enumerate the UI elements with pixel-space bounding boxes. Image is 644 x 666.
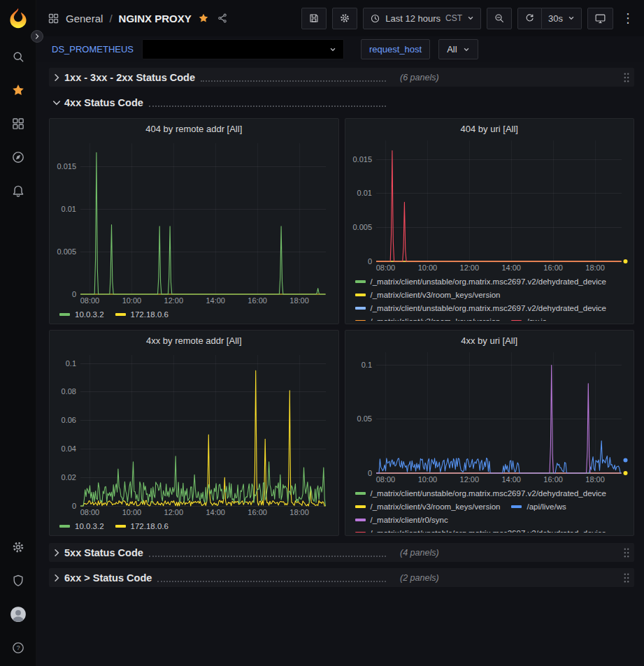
legend-item[interactable]: /_matrix/client/v3/room_keys/version: [355, 317, 501, 321]
legend-item[interactable]: 10.0.3.2: [59, 310, 104, 319]
legend-label: /sw.js: [527, 317, 546, 321]
svg-text:10:00: 10:00: [417, 263, 437, 272]
share-icon[interactable]: [217, 13, 228, 24]
svg-text:18:00: 18:00: [585, 475, 605, 484]
panel-title[interactable]: 404 by uri [All]: [351, 119, 629, 136]
legend-item[interactable]: /_matrix/client/unstable/org.matrix.msc2…: [355, 489, 607, 498]
sidebar-item-dashboards[interactable]: [0, 107, 36, 140]
legend-item[interactable]: /api/live/ws: [511, 502, 566, 511]
legend-row: /_matrix/client/v3/room_keys/version/api…: [355, 500, 629, 513]
sidebar-item-configuration[interactable]: [0, 530, 36, 564]
breadcrumb-folder[interactable]: General: [66, 13, 103, 24]
dashboard-row-toggle[interactable]: 5xx Status Code(4 panels): [49, 543, 634, 562]
legend-row: /_matrix/client/v3/room_keys/version/sw.…: [355, 314, 629, 321]
compass-icon: [11, 150, 25, 164]
svg-text:16:00: 16:00: [248, 296, 267, 305]
legend-item[interactable]: /_matrix/client/v3/room_keys/version: [355, 502, 501, 511]
row-main: 1xx - 3xx - 2xx Status Code: [64, 72, 392, 83]
dashboard-row-toggle[interactable]: 6xx > Status Code(2 panels): [49, 568, 634, 587]
time-range-label: Last 12 hours: [385, 13, 441, 24]
dashboard-row-toggle[interactable]: 1xx - 3xx - 2xx Status Code(6 panels): [49, 68, 634, 87]
svg-text:0.04: 0.04: [62, 444, 76, 453]
legend-label: 172.18.0.6: [131, 522, 169, 530]
sidebar-expand-button[interactable]: [31, 30, 43, 43]
legend-label: /_matrix/client/unstable/org.matrix.msc2…: [371, 304, 607, 312]
svg-text:0.1: 0.1: [66, 359, 76, 368]
legend: 10.0.3.2172.18.0.6: [55, 518, 333, 533]
legend-item[interactable]: /_matrix/client/r0/sync: [355, 516, 448, 524]
avatar: [9, 605, 27, 623]
svg-text:0.05: 0.05: [357, 414, 371, 423]
svg-text:14:00: 14:00: [206, 508, 225, 516]
grafana-logo[interactable]: [6, 6, 30, 30]
favorite-star-icon[interactable]: [198, 13, 209, 24]
sidebar-item-server-admin[interactable]: [0, 564, 36, 598]
chevron-right-icon: [34, 33, 41, 40]
svg-text:0.01: 0.01: [357, 189, 371, 197]
grid-icon: [11, 117, 25, 131]
legend-item[interactable]: /_matrix/client/unstable/org.matrix.msc2…: [355, 277, 607, 286]
row-drag-handle[interactable]: [619, 547, 634, 558]
dashboard-title[interactable]: NGINX PROXY: [119, 13, 192, 24]
dotted-leader: [201, 73, 386, 82]
legend-swatch: [511, 505, 522, 508]
dashboard-settings-button[interactable]: [332, 8, 357, 29]
refresh-icon: [524, 13, 535, 24]
toolbar: Last 12 hours CST: [301, 8, 637, 29]
svg-text:08:00: 08:00: [80, 508, 100, 516]
sidebar-item-starred[interactable]: [0, 73, 36, 107]
sidebar: ?: [0, 0, 36, 666]
top-navbar: General / NGINX PROXY: [36, 0, 644, 36]
panel-title[interactable]: 4xx by remote addr [All]: [55, 331, 333, 351]
svg-text:10:00: 10:00: [122, 296, 142, 305]
svg-text:?: ?: [16, 644, 20, 651]
zoom-out-button[interactable]: [487, 8, 512, 29]
clock-icon: [370, 13, 380, 24]
row-panel-count: (4 panels): [400, 548, 439, 558]
row-panel-count: (6 panels): [400, 73, 439, 82]
panel-title[interactable]: 404 by remote addr [All]: [55, 119, 333, 139]
panel-title[interactable]: 4xx by uri [All]: [351, 331, 629, 348]
legend-row: /_matrix/client/unstable/org.matrix.msc2…: [355, 526, 629, 533]
svg-text:12:00: 12:00: [164, 296, 184, 305]
svg-text:0: 0: [367, 469, 371, 477]
refresh-interval-dropdown[interactable]: 30s: [542, 8, 582, 29]
legend-item[interactable]: 10.0.3.2: [59, 522, 104, 530]
legend: /_matrix/client/unstable/org.matrix.msc2…: [351, 273, 629, 321]
save-dashboard-button[interactable]: [301, 8, 327, 29]
sidebar-item-search[interactable]: [0, 40, 36, 73]
dashboard-row-toggle[interactable]: 4xx Status Code: [49, 93, 634, 112]
row-main: 6xx > Status Code: [64, 572, 392, 584]
legend-swatch: [511, 320, 522, 321]
tv-mode-button[interactable]: [587, 8, 613, 29]
sidebar-item-alerting[interactable]: [0, 174, 36, 208]
time-range-picker[interactable]: Last 12 hours CST: [363, 8, 481, 29]
request-host-select[interactable]: All: [438, 39, 478, 59]
chart-area[interactable]: 00.0050.010.01508:0010:0012:0014:0016:00…: [351, 136, 629, 273]
legend-item[interactable]: 172.18.0.6: [115, 310, 169, 319]
kebab-menu-button[interactable]: ⋮: [619, 10, 637, 26]
breadcrumb: General / NGINX PROXY: [48, 13, 228, 24]
chart-area[interactable]: 00.0050.010.01508:0010:0012:0014:0016:00…: [55, 139, 333, 306]
chart-area[interactable]: 00.050.108:0010:0012:0014:0016:0018:00: [351, 348, 629, 485]
time-series-plot: 00.0050.010.01508:0010:0012:0014:0016:00…: [55, 139, 333, 306]
row-drag-handle[interactable]: [619, 572, 634, 584]
apps-grid-icon: [48, 13, 59, 24]
legend-item[interactable]: /_matrix/client/unstable/org.matrix.msc2…: [355, 529, 607, 533]
row-drag-handle[interactable]: [619, 72, 634, 83]
legend-item[interactable]: 172.18.0.6: [115, 522, 169, 530]
svg-text:0.005: 0.005: [57, 247, 76, 256]
sidebar-item-help[interactable]: ?: [0, 631, 36, 665]
chevron-down-icon: [329, 46, 336, 53]
legend-item[interactable]: /_matrix/client/v3/room_keys/version: [355, 291, 501, 299]
panel: 4xx by uri [All]00.050.108:0010:0012:001…: [345, 330, 635, 536]
datasource-select[interactable]: [142, 39, 344, 59]
panel: 404 by uri [All]00.0050.010.01508:0010:0…: [345, 118, 635, 324]
chart-area[interactable]: 00.020.040.060.080.108:0010:0012:0014:00…: [55, 351, 333, 518]
legend-item[interactable]: /sw.js: [511, 317, 546, 321]
legend-item[interactable]: /_matrix/client/unstable/org.matrix.msc2…: [355, 304, 607, 312]
sidebar-item-explore[interactable]: [0, 140, 36, 174]
request-host-value: All: [447, 44, 457, 55]
refresh-button[interactable]: [517, 8, 542, 29]
sidebar-item-profile[interactable]: [0, 598, 36, 631]
